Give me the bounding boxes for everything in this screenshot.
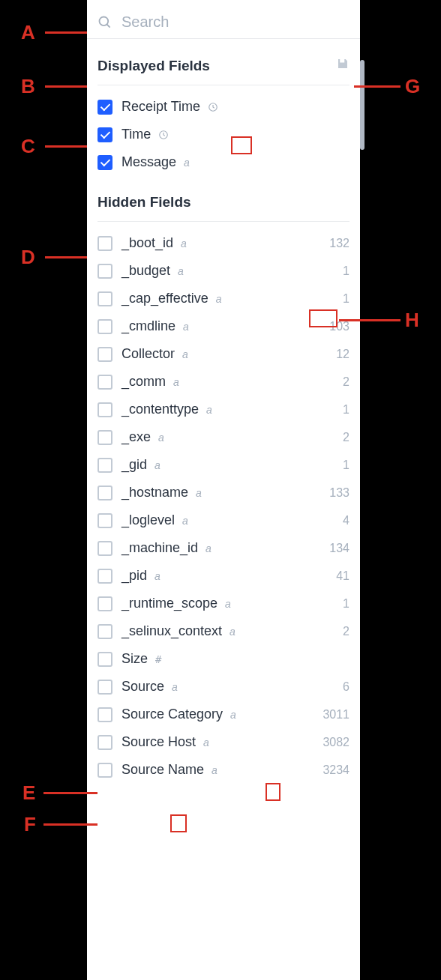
field-row[interactable]: Source Name a 3234 [98, 756, 350, 784]
field-row[interactable]: _pid a 41 [98, 562, 350, 590]
field-row[interactable]: Source Host a 3082 [98, 728, 350, 756]
field-checkbox[interactable] [98, 624, 112, 639]
field-row[interactable]: _machine_id a 134 [98, 534, 350, 562]
field-checkbox[interactable] [98, 402, 112, 417]
field-label: Size [122, 651, 148, 667]
field-count: 1 [343, 459, 350, 472]
field-checkbox[interactable] [98, 430, 112, 445]
displayed-fields-list: Receipt Time Time Message a [87, 85, 360, 176]
annotation-box [231, 136, 252, 154]
fields-panel: Displayed Fields Receipt Time Time Messa… [87, 0, 360, 980]
annotation-line [45, 145, 87, 148]
search-icon [98, 15, 112, 30]
field-count: 1 [343, 403, 350, 417]
field-checkbox[interactable] [98, 735, 112, 750]
field-row[interactable]: Size # [98, 645, 350, 673]
field-checkbox[interactable] [98, 486, 112, 500]
field-row[interactable]: Source Category a 3011 [98, 701, 350, 728]
string-type-icon: a [212, 764, 218, 776]
field-row[interactable]: _cap_effective a 1 [98, 285, 350, 312]
field-row[interactable]: _gid a 1 [98, 451, 350, 479]
field-label: _pid [122, 568, 147, 584]
field-row[interactable]: _budget a 1 [98, 257, 350, 285]
svg-line-1 [107, 24, 110, 27]
annotation-line [44, 792, 98, 794]
field-checkbox[interactable] [98, 100, 112, 115]
field-checkbox[interactable] [98, 347, 112, 362]
field-checkbox[interactable] [98, 569, 112, 584]
annotation-label-g: G [405, 75, 420, 98]
field-checkbox[interactable] [98, 680, 112, 695]
field-checkbox[interactable] [98, 127, 112, 142]
field-label: _runtime_scope [122, 596, 218, 611]
annotation-line [45, 31, 87, 34]
field-checkbox[interactable] [98, 155, 112, 170]
field-checkbox[interactable] [98, 513, 112, 528]
field-count: 134 [329, 542, 350, 555]
field-label: _contenttype [122, 402, 199, 417]
field-checkbox[interactable] [98, 763, 112, 778]
string-type-icon: a [225, 598, 231, 610]
field-count: 4 [343, 514, 350, 527]
field-label: Source Name [122, 762, 204, 778]
string-type-icon: a [206, 542, 212, 554]
field-count: 2 [343, 375, 350, 389]
field-checkbox[interactable] [98, 707, 112, 722]
field-row[interactable]: _runtime_scope a 1 [98, 590, 350, 617]
field-row[interactable]: Receipt Time [98, 93, 350, 121]
field-row[interactable]: _hostname a 133 [98, 479, 350, 506]
field-row[interactable]: Source a 6 [98, 673, 350, 701]
annotation-label-d: D [21, 246, 35, 269]
save-icon[interactable] [336, 57, 350, 74]
annotation-label-h: H [405, 309, 419, 332]
string-type-icon: a [173, 376, 179, 388]
annotation-box [170, 814, 187, 832]
field-label: _hostname [122, 485, 188, 500]
string-type-icon: a [154, 570, 160, 582]
field-count: 1 [343, 292, 350, 306]
search-row [87, 0, 360, 39]
field-checkbox[interactable] [98, 291, 112, 306]
field-row[interactable]: _exe a 2 [98, 423, 350, 451]
annotation-line [44, 823, 98, 826]
string-type-icon: a [206, 404, 212, 416]
field-checkbox[interactable] [98, 541, 112, 556]
field-label: Source Category [122, 707, 223, 722]
field-count: 12 [336, 348, 350, 361]
string-type-icon: a [158, 432, 164, 444]
field-count: 133 [329, 486, 350, 500]
annotation-label-a: A [21, 21, 35, 44]
field-checkbox[interactable] [98, 319, 112, 334]
field-row[interactable]: _boot_id a 132 [98, 229, 350, 257]
clock-icon [208, 102, 218, 112]
string-type-icon: a [172, 681, 178, 693]
field-checkbox[interactable] [98, 264, 112, 279]
field-label: Source [122, 679, 164, 695]
field-row[interactable]: _comm a 2 [98, 368, 350, 396]
annotation-box [266, 783, 280, 801]
hidden-fields-title: Hidden Fields [98, 194, 191, 211]
annotation-label-b: B [21, 75, 35, 98]
field-row[interactable]: _selinux_context a 2 [98, 617, 350, 645]
annotation-label-c: C [21, 135, 35, 158]
field-label: _cap_effective [122, 291, 208, 306]
field-count: 1 [343, 264, 350, 278]
string-type-icon: a [183, 321, 189, 333]
field-row[interactable]: Time [98, 121, 350, 148]
svg-point-0 [100, 16, 109, 25]
field-checkbox[interactable] [98, 458, 112, 473]
scrollbar[interactable] [360, 60, 364, 150]
hidden-fields-header: Hidden Fields [87, 176, 360, 221]
field-row[interactable]: Collector a 12 [98, 340, 350, 368]
annotation-label-e: E [22, 781, 35, 805]
field-row[interactable]: _contenttype a 1 [98, 396, 350, 423]
field-checkbox[interactable] [98, 375, 112, 390]
field-checkbox[interactable] [98, 652, 112, 667]
field-row[interactable]: _loglevel a 4 [98, 506, 350, 534]
string-type-icon: a [230, 709, 236, 721]
field-row[interactable]: Message a [98, 148, 350, 176]
field-checkbox[interactable] [98, 236, 112, 251]
string-type-icon: a [182, 515, 188, 527]
field-checkbox[interactable] [98, 596, 112, 611]
search-input[interactable] [122, 13, 350, 31]
